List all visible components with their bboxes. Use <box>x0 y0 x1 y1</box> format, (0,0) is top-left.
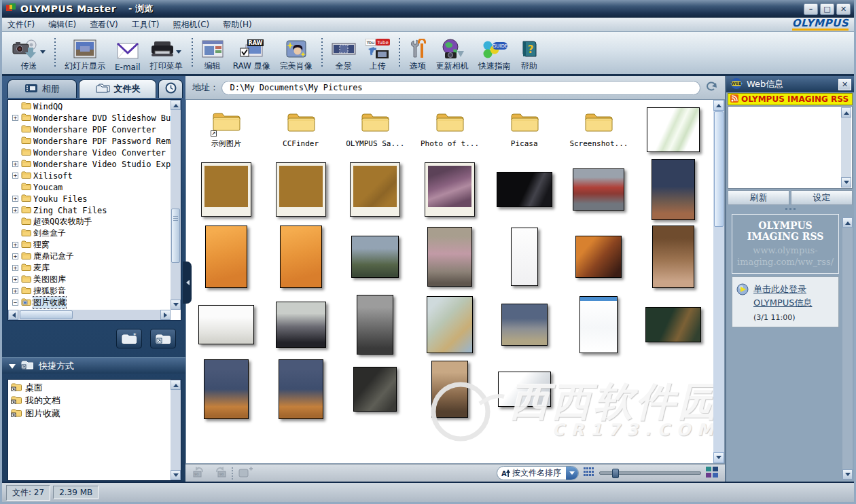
panel-collapse-handle[interactable] <box>183 262 192 304</box>
panel-grip[interactable] <box>726 208 854 210</box>
toolbar-button-panorama[interactable]: 全景 <box>327 37 361 73</box>
tree-item[interactable]: +搜狐影音 <box>8 285 171 297</box>
tree-vertical-scrollbar[interactable] <box>171 100 181 310</box>
tv-news-screenshot[interactable] <box>645 307 701 342</box>
folder-thumb[interactable]: ↗示例图片 <box>189 103 264 157</box>
tab-相册[interactable]: 相册 <box>7 79 77 98</box>
tree-item[interactable]: −图片收藏 <box>8 297 171 308</box>
white-page-screenshot[interactable] <box>511 228 538 286</box>
toolbar-button-update[interactable]: 更新相机 <box>431 37 474 73</box>
scroll-down-button[interactable] <box>171 470 181 480</box>
folder-thumb[interactable]: OLYMPUS Sa... <box>338 103 412 157</box>
folder-thumb[interactable]: Picasa <box>487 103 562 157</box>
tree-item[interactable]: +麦库 <box>8 262 171 274</box>
toolbar-button-options[interactable]: 选项 <box>404 37 431 73</box>
rss-item[interactable]: 单击此处登录 OLYMPUS信息 (3/1 11:00) <box>732 276 839 327</box>
purple-polaroid-legs[interactable] <box>425 162 475 217</box>
dark-portrait-man-photo[interactable] <box>497 172 552 207</box>
toolbar-button-raw[interactable]: RAWRAW 显像 <box>228 37 275 73</box>
bw-child-photo[interactable] <box>357 295 393 355</box>
tree-item[interactable]: 剑叁盒子 <box>8 228 171 239</box>
rotate-right-button[interactable]: 90 <box>212 466 227 481</box>
foot-ad-photo[interactable] <box>431 361 468 418</box>
sort-dropdown-button[interactable] <box>566 467 578 480</box>
tree-expand-toggle[interactable]: + <box>12 253 19 259</box>
folder-thumb[interactable]: CCFinder <box>264 103 338 157</box>
dropdown-caret-icon[interactable] <box>176 50 181 56</box>
scroll-thumb[interactable] <box>20 310 73 319</box>
brown-polaroid-2[interactable] <box>276 162 326 217</box>
slider-thumb[interactable] <box>612 469 619 478</box>
scroll-up-button[interactable] <box>171 380 181 390</box>
dropdown-caret-icon[interactable] <box>40 50 46 56</box>
scroll-right-button[interactable] <box>160 310 171 320</box>
collage-illustration[interactable] <box>427 296 473 353</box>
tree-item[interactable]: +Wondershare Video Studio Exp <box>8 158 171 170</box>
address-input[interactable]: D:\My Documents\My Pictures <box>221 81 700 95</box>
expand-icon[interactable]: + <box>12 265 18 271</box>
tree-expand-toggle[interactable]: + <box>12 276 19 283</box>
expand-icon[interactable]: + <box>12 173 18 179</box>
folder-thumb[interactable]: Screenshot... <box>562 103 637 157</box>
rss-item-link[interactable]: 单击此处登录 OLYMPUS信息 <box>753 284 813 308</box>
close-panel-icon[interactable]: ✕ <box>838 79 851 90</box>
toolbar-button-slideshow[interactable]: 幻灯片显示 <box>60 37 110 73</box>
expand-icon[interactable]: + <box>12 242 18 248</box>
expand-icon[interactable]: + <box>12 161 18 167</box>
tree-item[interactable]: WindQQ <box>8 101 171 112</box>
shortcut-item[interactable]: 我的文档 <box>8 394 181 407</box>
tree-item[interactable]: +Youku Files <box>8 193 171 204</box>
cheerleader-stunt-photo[interactable] <box>652 159 695 220</box>
shortcut-item[interactable]: 桌面 <box>8 381 181 394</box>
expand-icon[interactable]: + <box>12 115 18 121</box>
new-folder-button[interactable]: * <box>116 329 142 348</box>
thumbnail-size-slider[interactable] <box>599 471 701 475</box>
orange-sneaker-art-1[interactable] <box>205 226 247 288</box>
police-crowd-photo[interactable] <box>351 236 399 278</box>
basketball-team-photo-1[interactable] <box>204 359 249 419</box>
scroll-up-button[interactable] <box>171 100 181 110</box>
expand-icon[interactable]: + <box>12 276 18 283</box>
rss-list-scrollbar[interactable] <box>841 107 851 187</box>
tree-expand-toggle[interactable]: + <box>12 288 19 294</box>
orange-sneaker-art-2[interactable] <box>280 226 322 288</box>
tree-item[interactable]: Youcam <box>8 181 171 193</box>
brown-polaroid-faded-figure[interactable] <box>350 162 400 217</box>
tree-expand-toggle[interactable]: + <box>12 173 19 179</box>
webpage-screenshot[interactable] <box>579 296 618 353</box>
refresh-button[interactable]: 刷新 <box>728 190 789 205</box>
web-panel-scrollbar[interactable] <box>842 217 853 480</box>
toolbar-button-edit[interactable]: 编辑 <box>197 37 228 73</box>
tree-item[interactable]: +鹿鼎记盒子 <box>8 251 171 262</box>
tab-文件夹[interactable]: 文件夹 <box>79 79 156 98</box>
add-to-album-button[interactable] <box>238 466 253 481</box>
brown-polaroid-1[interactable] <box>201 162 251 217</box>
refresh-icon[interactable] <box>706 81 718 94</box>
tree-expand-toggle[interactable]: + <box>12 161 19 167</box>
large-thumbnails-button[interactable] <box>706 467 718 480</box>
tree-expand-toggle[interactable]: + <box>12 196 19 202</box>
settings-button[interactable]: 设定 <box>791 190 853 205</box>
shortcuts-header[interactable]: 快捷方式 <box>2 357 185 374</box>
toolbar-button-portrait[interactable]: 完美肖像 <box>275 37 317 73</box>
tree-expand-toggle[interactable]: + <box>12 265 19 271</box>
scroll-down-button[interactable] <box>713 452 724 463</box>
black-sneaker-photo[interactable] <box>353 367 397 412</box>
tree-expand-toggle[interactable]: + <box>12 115 19 121</box>
close-button[interactable]: ✕ <box>836 3 851 15</box>
girl-portrait-photo[interactable] <box>575 236 622 278</box>
tree-expand-toggle[interactable]: − <box>12 300 19 306</box>
scroll-thumb[interactable] <box>171 209 180 263</box>
meerkats-photo[interactable] <box>501 304 548 346</box>
toolbar-button-help[interactable]: ?帮助 <box>516 37 543 73</box>
scroll-up-button[interactable] <box>841 107 851 118</box>
minimize-button[interactable]: – <box>804 3 818 15</box>
maximize-button[interactable]: □ <box>820 3 834 15</box>
girl-with-hat-photo[interactable] <box>652 226 694 288</box>
menu-item[interactable]: 工具(T) <box>132 19 160 31</box>
menu-item[interactable]: 文件(F) <box>7 19 35 31</box>
street-red-banners-photo[interactable] <box>573 168 624 211</box>
crowd-woman-photo[interactable] <box>427 227 472 287</box>
green-cartoon-drawing[interactable] <box>647 107 700 152</box>
toolbar-button-upload[interactable]: YouTube上传 <box>361 37 395 73</box>
